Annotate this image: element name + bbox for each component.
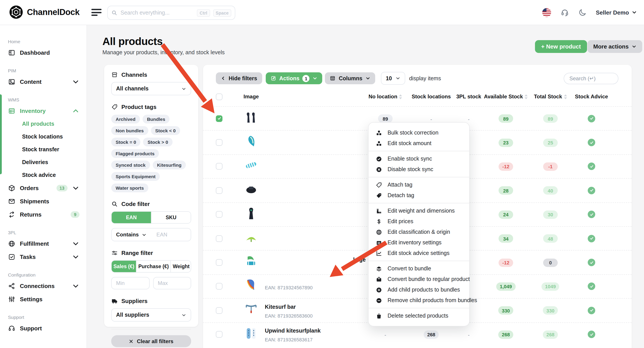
product-tag-pill[interactable]: Stock < 0 (151, 126, 180, 135)
row-checkbox[interactable] (216, 187, 222, 194)
actions-button[interactable]: Actions 1 (266, 72, 322, 84)
sidebar-item-shipments[interactable]: Shipments (0, 195, 86, 208)
code-mode-ean[interactable]: EAN (112, 212, 151, 223)
connections-icon (8, 282, 16, 290)
product-name-cell[interactable]: EAN: 8719324567890 (265, 283, 313, 291)
sidebar-item-tasks[interactable]: Tasks (0, 250, 86, 263)
code-filter-match-select[interactable]: Contains (116, 232, 147, 238)
new-product-button[interactable]: + New product (535, 40, 587, 53)
chevron-down-icon (396, 76, 400, 81)
sort-icon[interactable] (564, 94, 567, 99)
range-mode-weight[interactable]: Weight (170, 261, 191, 272)
range-min-input[interactable]: Min (111, 277, 150, 289)
menu-item-add-child-products-to-bundles[interactable]: Add child products to bundles (368, 285, 469, 295)
menu-item-enable-stock-sync[interactable]: Enable stock sync (368, 153, 469, 164)
columns-button[interactable]: Columns (325, 72, 375, 84)
clear-all-filters-button[interactable]: Clear all filters (111, 335, 191, 347)
menu-item-convert-bundle-to-regular-product[interactable]: Convert bundle to regular product (368, 274, 469, 285)
hamburger-menu-icon[interactable] (91, 9, 102, 16)
column-header-total-stock[interactable]: Total Stock (534, 93, 567, 100)
global-search-input[interactable]: Search everything... Ctrl Space (107, 6, 235, 20)
product-tag-pill[interactable]: Non bundles (111, 126, 148, 135)
sidebar-item-label: Dashboard (20, 49, 80, 56)
row-checkbox[interactable] (216, 307, 222, 314)
menu-item-remove-child-products-from-bundles[interactable]: Remove child products from bundles (368, 295, 469, 306)
row-checkbox[interactable] (216, 235, 222, 242)
sidebar-item-support[interactable]: Support (0, 322, 86, 335)
sidebar-subitem-stock-transfer[interactable]: Stock transfer (0, 143, 86, 156)
brand-logo[interactable]: ChannelDock (9, 5, 80, 19)
row-checkbox[interactable] (216, 139, 222, 146)
sidebar-item-returns[interactable]: Returns9 (0, 208, 86, 221)
sidebar-item-fulfillment[interactable]: Fulfillment (0, 237, 86, 250)
row-checkbox[interactable] (216, 163, 222, 170)
product-tag-pill[interactable]: Sports Equipment (111, 172, 160, 181)
menu-item-edit-prices[interactable]: Edit prices (368, 216, 469, 227)
range-mode-sales-[interactable]: Sales (€) (112, 261, 136, 272)
sidebar-item-connections[interactable]: Connections (0, 279, 86, 293)
sort-icon[interactable] (524, 94, 528, 99)
sort-icon[interactable] (399, 94, 402, 99)
sidebar-subitem-all-products[interactable]: All products (0, 117, 86, 130)
row-checkbox[interactable] (216, 115, 222, 122)
product-tag-pill[interactable]: Stock = 0 (111, 138, 140, 146)
product-name-cell[interactable]: Upwind kitesurfplankEAN: 8719326583617 (265, 326, 321, 342)
sidebar-item-settings[interactable]: Settings (0, 293, 86, 306)
hide-filters-button[interactable]: Hide filters (216, 72, 262, 84)
ruler-icon (376, 208, 382, 214)
products-table-card: Hide filters Actions 1 Columns 10 (203, 65, 632, 348)
product-tag-pill[interactable]: Synced stock (111, 161, 150, 169)
product-name-cell[interactable]: Kitesurf barEAN: 8719326583600 (265, 303, 313, 319)
menu-group: Edit weight and dimensionsEdit pricesEdi… (368, 203, 469, 261)
product-tag-pill[interactable]: Kitesurfing (152, 161, 186, 169)
available-stock-cell: 34 (498, 234, 513, 243)
product-tag-pill[interactable]: Archived (111, 115, 140, 123)
product-tag-pill[interactable]: Bundles (142, 115, 170, 123)
more-actions-button[interactable]: More actions (588, 40, 642, 53)
select-all-checkbox[interactable] (216, 93, 222, 100)
menu-group: Bulk stock correctionEdit stock amount (368, 125, 469, 151)
code-filter-input[interactable]: Contains EAN (111, 228, 191, 241)
suppliers-select[interactable]: All suppliers (111, 308, 191, 322)
sidebar-subitem-stock-locations[interactable]: Stock locations (0, 130, 86, 143)
sidebar-item-inventory[interactable]: Inventory (0, 104, 86, 117)
user-menu[interactable]: Seller Demo (596, 9, 637, 16)
language-flag-icon[interactable] (542, 8, 551, 17)
menu-item-bulk-stock-correction[interactable]: Bulk stock correction (368, 127, 469, 138)
chevron-down-icon (182, 313, 186, 317)
support-headset-icon[interactable] (560, 8, 569, 16)
sidebar-item-content[interactable]: Content (0, 75, 86, 88)
channels-select[interactable]: All channels (111, 82, 191, 95)
menu-item-edit-stock-advice-settings[interactable]: Edit stock advice settings (368, 248, 469, 259)
menu-item-edit-stock-amount[interactable]: Edit stock amount (368, 138, 469, 149)
row-checkbox[interactable] (216, 331, 222, 338)
code-mode-sku[interactable]: SKU (151, 212, 191, 223)
row-checkbox[interactable] (216, 283, 222, 290)
product-tag-pill[interactable]: Water sports (111, 183, 148, 192)
range-max-input[interactable]: Max (153, 277, 191, 289)
menu-item-edit-inventory-settings[interactable]: Edit inventory settings (368, 237, 469, 248)
menu-item-edit-weight-and-dimensions[interactable]: Edit weight and dimensions (368, 206, 469, 216)
page-size-select[interactable]: 10 (381, 72, 405, 85)
table-header-row: ImageNo locationStock locations3PL stock… (203, 92, 632, 104)
menu-item-delete-selected-products[interactable]: Delete selected products (368, 311, 469, 321)
sidebar-item-orders[interactable]: Orders13 (0, 181, 86, 195)
column-header-no-location[interactable]: No location (368, 93, 402, 100)
sidebar-subitem-stock-advice[interactable]: Stock advice (0, 168, 86, 181)
column-header-available-stock[interactable]: Available Stock (484, 93, 528, 100)
range-mode-purchase-[interactable]: Purchase (€) (136, 261, 170, 272)
row-checkbox[interactable] (216, 211, 222, 218)
row-checkbox[interactable] (216, 259, 222, 266)
sidebar-subitem-deliveries[interactable]: Deliveries (0, 156, 86, 168)
menu-item-attach-tag[interactable]: Attach tag (368, 180, 469, 190)
product-tag-pill[interactable]: Flagged products (111, 149, 159, 158)
dark-mode-moon-icon[interactable] (578, 8, 586, 16)
more-actions-label: More actions (593, 43, 628, 50)
product-tag-pill[interactable]: Stock > 0 (143, 138, 172, 146)
menu-item-edit-classification-origin[interactable]: Edit classification & origin (368, 227, 469, 237)
menu-item-convert-to-bundle[interactable]: Convert to bundle (368, 263, 469, 274)
sidebar-item-dashboard[interactable]: Dashboard (0, 46, 86, 59)
menu-item-detach-tag[interactable]: Detach tag (368, 190, 469, 201)
menu-item-disable-stock-sync[interactable]: Disable stock sync (368, 164, 469, 175)
table-search-input[interactable]: Search (↵) (564, 72, 618, 84)
